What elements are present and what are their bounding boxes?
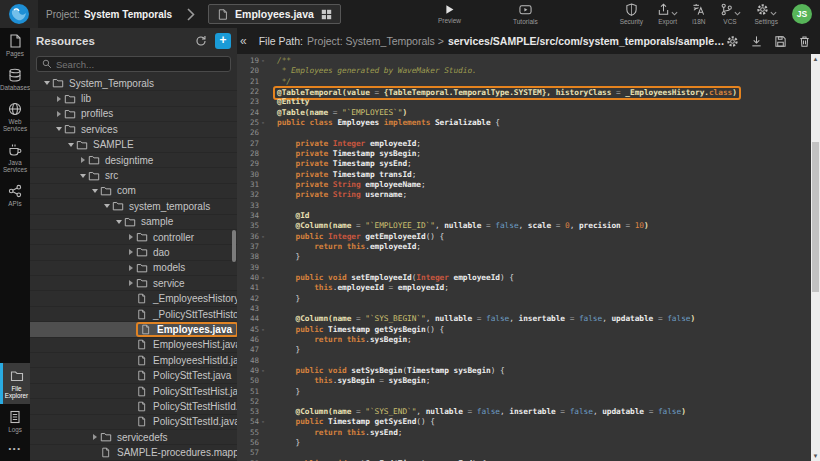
tree-folder-com[interactable]: com <box>30 184 237 199</box>
fold-marker <box>259 314 267 324</box>
tree-folder-servicedefs[interactable]: servicedefs <box>30 430 237 445</box>
chevron-collapsed-icon[interactable] <box>129 265 133 271</box>
tree-scrollbar-thumb[interactable] <box>232 230 236 262</box>
sidebar-item-apis[interactable]: APIs <box>0 178 30 212</box>
topbar-item-i18n[interactable]: i18N <box>692 3 705 25</box>
fold-marker <box>259 97 267 107</box>
editor-scrollbar[interactable]: ▲ ▼ <box>811 54 820 461</box>
top-bar: Project: System Temporals Employees.java… <box>0 0 820 28</box>
chevron-down-icon <box>671 11 678 16</box>
topbar-item-vcs[interactable]: VCS <box>720 3 741 25</box>
chevron-expanded-icon[interactable] <box>68 143 74 147</box>
tree-item-label: EmployeesHistId.java <box>153 355 237 366</box>
tree-item-label: designtime <box>105 155 153 166</box>
sidebar-item-java-services[interactable]: Java Services <box>0 137 30 178</box>
code-area[interactable]: 19-/**20 * Employees generated by WaveMa… <box>237 54 811 461</box>
scrollbar-thumb[interactable] <box>812 142 819 292</box>
code-line: 40- public void setEmployeeId(Integer em… <box>237 273 811 283</box>
fold-marker[interactable]: - <box>259 325 267 335</box>
tree-folder-service[interactable]: service <box>30 276 237 291</box>
download-icon[interactable] <box>750 35 763 48</box>
tree-file-policystttest-java[interactable]: PolicySttTest.java <box>30 368 237 383</box>
trash-icon[interactable] <box>798 35 811 48</box>
chevron-expanded-icon[interactable] <box>116 220 122 224</box>
fold-marker[interactable]: - <box>259 273 267 283</box>
chevron-collapsed-icon[interactable] <box>129 234 133 240</box>
chevron-expanded-icon[interactable] <box>44 81 50 85</box>
line-number: 52 <box>237 397 259 407</box>
tree-folder-lib[interactable]: lib <box>30 91 237 106</box>
tree-file-policystttesthist-java[interactable]: PolicySttTestHist.java <box>30 384 237 399</box>
tree-file-employees-java[interactable]: Employees.java <box>30 322 237 337</box>
topbar-item-settings[interactable]: Settings <box>755 3 779 25</box>
fold-marker[interactable]: - <box>259 232 267 242</box>
topbar-item-export[interactable]: Export <box>657 3 678 25</box>
tree-file-policystttestid-java[interactable]: PolicySttTestId.java <box>30 415 237 430</box>
code-line: 22@TableTemporal(value = {TableTemporal.… <box>237 87 811 97</box>
app-logo[interactable] <box>0 0 38 28</box>
chevron-collapsed-icon[interactable] <box>81 157 85 163</box>
grid-icon[interactable] <box>321 9 332 20</box>
fold-marker <box>259 201 267 211</box>
sidebar-item-databases[interactable]: Databases <box>0 62 30 96</box>
tree-folder-designtime[interactable]: designtime <box>30 153 237 168</box>
scroll-up-icon[interactable]: ▲ <box>811 54 820 64</box>
tree-folder-sample[interactable]: SAMPLE <box>30 138 237 153</box>
chevron-collapsed-icon[interactable] <box>93 434 97 440</box>
tree-item-label: lib <box>81 93 91 104</box>
search-input[interactable] <box>56 59 225 70</box>
topbar-item-security[interactable]: Security <box>620 3 643 25</box>
sidebar-item-web-services[interactable]: Web Services <box>0 96 30 137</box>
tree-file--employeeshistory-java[interactable]: _EmployeesHistory.java <box>30 291 237 306</box>
fold-marker[interactable]: - <box>259 56 267 66</box>
tree-folder-profiles[interactable]: profiles <box>30 107 237 122</box>
add-resource-button[interactable]: + <box>215 33 231 49</box>
chevron-expanded-icon[interactable] <box>56 127 62 131</box>
file-icon <box>140 324 153 335</box>
chevron-collapsed-icon[interactable] <box>57 111 61 117</box>
collapse-panel-icon[interactable]: « <box>240 34 247 48</box>
line-number: 40 <box>237 273 259 283</box>
more-options-icon[interactable]: ••• <box>0 438 30 461</box>
user-avatar[interactable]: JS <box>792 4 812 24</box>
sidebar-item-pages[interactable]: Pages <box>0 28 30 62</box>
sidebar-item-file-explorer[interactable]: File Explorer <box>0 363 30 404</box>
tree-folder-services[interactable]: services <box>30 122 237 137</box>
chevron-collapsed-icon[interactable] <box>57 96 61 102</box>
settings-gear-icon[interactable] <box>726 35 739 48</box>
tree-file-sample-procedures-mappings-json[interactable]: SAMPLE-procedures.mappings.json <box>30 445 237 460</box>
code-line: 50 this.sysBegin = sysBegin; <box>237 376 811 386</box>
tab-employees-java[interactable]: Employees.java <box>208 4 341 24</box>
fold-marker[interactable]: - <box>259 366 267 376</box>
tree-file-policystttesthistid-java[interactable]: PolicySttTestHistId.java <box>30 399 237 414</box>
fold-marker <box>259 387 267 397</box>
save-icon[interactable] <box>774 35 787 48</box>
tree-folder-models[interactable]: models <box>30 261 237 276</box>
tree-folder-dao[interactable]: dao <box>30 245 237 260</box>
tree-file-employeeshist-java[interactable]: EmployeesHist.java <box>30 338 237 353</box>
chevron-collapsed-icon[interactable] <box>129 249 133 255</box>
scroll-down-icon[interactable]: ▼ <box>811 451 820 461</box>
refresh-icon[interactable] <box>195 35 207 47</box>
tree-folder-controller[interactable]: controller <box>30 230 237 245</box>
tree-folder-src[interactable]: src <box>30 168 237 183</box>
chevron-expanded-icon[interactable] <box>104 204 110 208</box>
tree-folder-system-temporals[interactable]: system_temporals <box>30 199 237 214</box>
search-box <box>36 56 231 72</box>
rail-item-label: APIs <box>8 200 21 207</box>
tree-file--policystttesthistory-java[interactable]: _PolicySttTestHistory.java <box>30 307 237 322</box>
chevron-expanded-icon[interactable] <box>80 174 86 178</box>
line-number: 24 <box>237 108 259 118</box>
tree-file-employeeshistid-java[interactable]: EmployeesHistId.java <box>30 353 237 368</box>
fold-marker[interactable]: - <box>259 417 267 427</box>
preview-button[interactable]: Preview <box>438 4 461 24</box>
tutorials-button[interactable]: Tutorials <box>513 3 538 25</box>
tree-folder-sample[interactable]: sample <box>30 215 237 230</box>
sidebar-item-logs[interactable]: Logs <box>0 404 30 438</box>
tree-item-label: _EmployeesHistory.java <box>153 293 237 304</box>
fold-marker[interactable]: - <box>259 118 267 128</box>
chevron-collapsed-icon[interactable] <box>129 280 133 286</box>
code-line: 32 private String username; <box>237 190 811 200</box>
chevron-expanded-icon[interactable] <box>92 189 98 193</box>
tree-folder-system-temporals[interactable]: System_Temporals <box>30 76 237 91</box>
